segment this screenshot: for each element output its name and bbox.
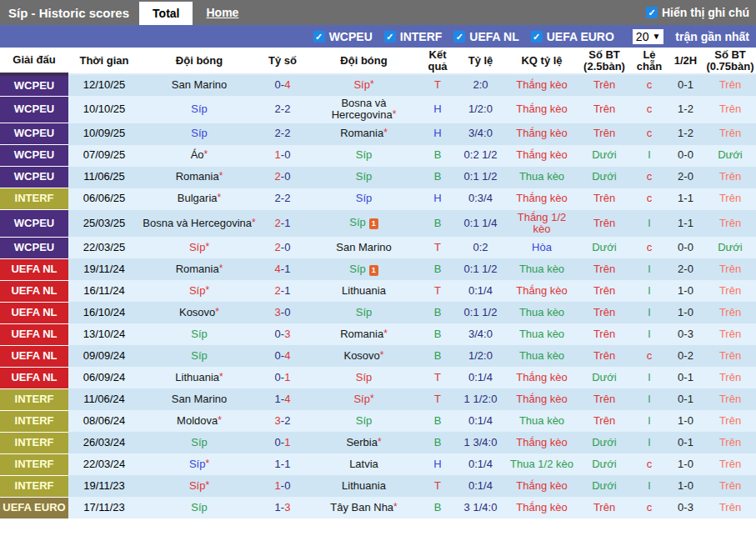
team-name: Bulgaria (178, 192, 218, 204)
favorite-asterisk: * (218, 192, 222, 203)
odds-result-cell: Thua 1/2 kèo (507, 453, 577, 475)
header-goals-25[interactable]: Số BT (2.5bàn) (577, 48, 632, 74)
date-cell: 07/09/25 (68, 145, 140, 167)
goals075-cell: Dưới (704, 145, 756, 167)
goals25-cell: Dưới (577, 453, 632, 475)
away-team-cell: Romania* (307, 323, 421, 345)
away-team-cell: Síp (307, 167, 421, 188)
filter-uefa-nl[interactable]: ✓ UEFA NL (453, 30, 518, 43)
show-notes-checkbox-icon[interactable]: ✓ (646, 7, 658, 18)
header-league[interactable]: Giải đấu (0, 48, 68, 74)
odds-cell: 3/4:0 (454, 123, 507, 145)
home-team-cell: Bosna và Hercegovina* (140, 210, 258, 238)
header-odd-even[interactable]: Lẻ chẵn (632, 48, 667, 74)
date-cell: 19/11/24 (68, 258, 140, 280)
table-row: UEFA EURO 17/11/23 Síp 1-3 Tây Ban Nha* … (0, 497, 756, 518)
header-odds-result[interactable]: KQ tỷ lệ (507, 48, 577, 74)
team-name: Latvia (349, 458, 378, 470)
favorite-asterisk: * (205, 479, 209, 491)
header-half-score[interactable]: 1/2H (667, 48, 704, 74)
historic-scores-table: Giải đấu Thời gian Đội bóng Tỷ số Đội bó… (0, 48, 756, 519)
filter-interf[interactable]: ✓ INTERF (384, 30, 443, 43)
score-cell: 2-2 (258, 188, 307, 210)
tab-home[interactable]: Home (193, 0, 252, 25)
table-row: WCPEU 22/03/25 Síp* 2-0 San Marino T 0:2… (0, 237, 756, 258)
score-away: 1 (284, 263, 290, 275)
team-name: Síp (191, 501, 208, 513)
away-team-cell: Síp (307, 302, 421, 323)
goals25-cell: Trên (577, 123, 632, 145)
team-name: Moldova (177, 414, 218, 427)
home-team-cell: Kosovo* (140, 302, 258, 323)
goals25-cell: Dưới (577, 167, 632, 188)
filter-wcpeu[interactable]: ✓ WCPEU (313, 30, 373, 43)
score-home: 3 (275, 306, 281, 318)
team-name: Serbia (346, 436, 378, 448)
result-cell: B (421, 145, 454, 167)
score-home: 0 (275, 328, 281, 340)
tab-total[interactable]: Total (139, 2, 193, 25)
filter-uefa-euro[interactable]: ✓ UEFA EURO (531, 30, 614, 43)
header-score[interactable]: Tỷ số (258, 48, 307, 74)
header-home-team[interactable]: Đội bóng (140, 48, 258, 74)
score-away: 2 (284, 127, 290, 139)
result-cell: B (421, 410, 454, 432)
odd-even-cell: c (632, 345, 667, 367)
team-name: Bosna và Hercegovina (332, 97, 393, 121)
goals25-cell: Trên (577, 345, 632, 367)
header-date[interactable]: Thời gian (68, 48, 140, 74)
team-name: Síp (349, 216, 366, 228)
favorite-asterisk: * (380, 349, 384, 361)
table-row: INTERF 26/03/24 Síp 0-1 Serbia* B 1 3/4:… (0, 432, 756, 453)
league-cell: UEFA EURO (0, 497, 68, 518)
team-name: San Marino (336, 241, 391, 253)
home-team-cell: Síp (140, 345, 258, 367)
filter-label: UEFA NL (469, 30, 518, 43)
team-name: Síp (349, 263, 366, 275)
odd-even-cell: l (632, 145, 667, 167)
score-home: 2 (275, 192, 281, 204)
table-row: UEFA NL 16/10/24 Kosovo* 3-0 Síp B 0:1 1… (0, 302, 756, 323)
score-away: 4 (284, 78, 290, 91)
header-goals-075[interactable]: Số BT (0.75bàn) (704, 48, 756, 74)
odds-result-cell: Thắng kèo (507, 497, 577, 518)
odds-result-cell: Thắng 1/2 kèo (507, 210, 577, 238)
result-cell: B (421, 167, 454, 188)
odds-result-cell: Thắng kèo (507, 367, 577, 388)
league-cell: INTERF (0, 453, 68, 475)
goals075-cell: Trên (704, 432, 756, 453)
header-result[interactable]: Kết quả (421, 48, 454, 74)
odds-result-cell: Thua kèo (507, 302, 577, 323)
odds-cell: 1 1/2:0 (454, 388, 507, 410)
goals075-cell: Trên (704, 123, 756, 145)
card-icon: 1 (369, 265, 378, 276)
card-icon: 1 (369, 218, 378, 229)
score-home: 1 (275, 458, 281, 470)
goals25-cell: Trên (577, 258, 632, 280)
header-odds[interactable]: Tỷ lệ (454, 48, 507, 74)
team-name: Lithuania (342, 284, 386, 297)
half-score-cell: 0-1 (667, 74, 704, 96)
half-score-cell: 1-0 (667, 410, 704, 432)
team-name: Síp (356, 414, 373, 427)
header-away-team[interactable]: Đội bóng (307, 48, 421, 74)
league-cell: WCPEU (0, 96, 68, 123)
odds-cell: 0:1/4 (454, 410, 507, 432)
home-team-cell: Áo* (140, 145, 258, 167)
goals075-cell: Trên (704, 210, 756, 238)
recent-count-select[interactable]: 20 ▼ (633, 29, 663, 44)
team-name: Romania (340, 328, 383, 340)
team-name: Síp (189, 458, 206, 470)
half-score-cell: 0-2 (667, 345, 704, 367)
odd-even-cell: c (632, 453, 667, 475)
date-cell: 10/10/25 (68, 96, 140, 123)
date-cell: 10/09/25 (68, 123, 140, 145)
date-cell: 16/10/24 (68, 302, 140, 323)
date-cell: 12/10/25 (68, 74, 140, 96)
result-cell: B (421, 497, 454, 518)
odd-even-cell: c (632, 96, 667, 123)
table-row: WCPEU 07/09/25 Áo* 1-0 Síp B 0:2 1/2 Thắ… (0, 145, 756, 167)
table-row: UEFA NL 16/11/24 Síp* 2-1 Lithuania T 0:… (0, 280, 756, 302)
odds-cell: 3 1/4:0 (454, 497, 507, 518)
score-cell: 2-0 (258, 237, 307, 258)
